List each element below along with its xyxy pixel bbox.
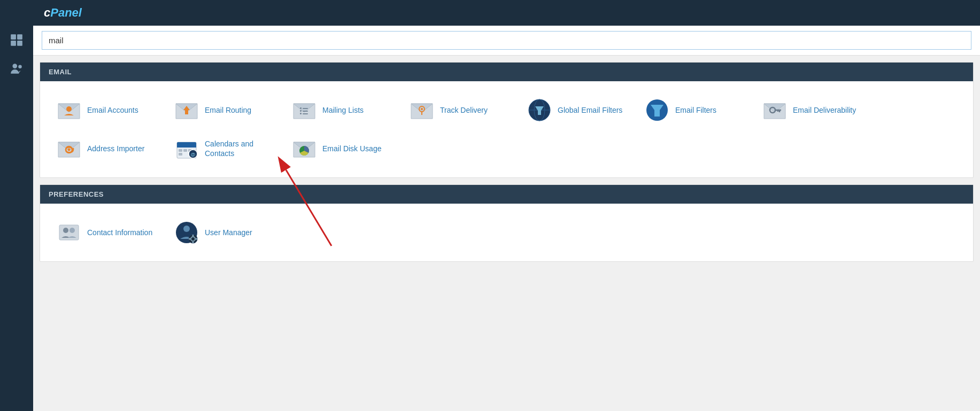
svg-rect-62	[192, 235, 194, 236]
svg-point-56	[63, 228, 68, 233]
svg-rect-17	[303, 111, 308, 112]
email-deliverability-label: Email Deliverability	[793, 105, 856, 115]
email-filters-item[interactable]: Email Filters	[637, 91, 754, 129]
email-section-header: EMAIL	[40, 63, 973, 81]
svg-rect-14	[300, 107, 302, 109]
svg-point-5	[18, 65, 22, 68]
contact-information-label: Contact Information	[87, 228, 152, 237]
global-email-filters-icon	[527, 97, 552, 123]
email-disk-usage-label: Email Disk Usage	[322, 144, 381, 153]
svg-rect-45	[179, 149, 182, 152]
cpanel-logo: cPanel	[44, 6, 82, 20]
preferences-section-header: PREFERENCES	[40, 185, 973, 204]
track-delivery-label: Track Delivery	[440, 105, 488, 115]
svg-rect-65	[196, 238, 197, 240]
calendars-and-contacts-item[interactable]: @ Calendars and Contacts	[166, 129, 284, 168]
email-deliverability-item[interactable]: Email Deliverability	[754, 91, 872, 129]
top-bar: cPanel	[33, 0, 980, 26]
user-manager-item[interactable]: User Manager	[166, 213, 284, 252]
global-email-filters-item[interactable]: Global Email Filters	[519, 91, 637, 129]
svg-rect-2	[11, 41, 16, 46]
sidebar	[0, 0, 33, 411]
track-delivery-item[interactable]: Track Delivery	[402, 91, 519, 129]
contact-information-icon	[56, 220, 82, 245]
svg-point-4	[12, 64, 17, 68]
svg-text:@: @	[191, 152, 196, 157]
svg-rect-16	[300, 110, 302, 112]
calendars-and-contacts-label: Calendars and Contacts	[205, 139, 276, 158]
svg-rect-46	[183, 149, 187, 152]
email-routing-label: Email Routing	[205, 105, 251, 115]
track-delivery-icon	[409, 97, 435, 123]
email-routing-item[interactable]: Email Routing	[166, 91, 284, 129]
sidebar-logo	[0, 0, 33, 26]
email-disk-usage-icon	[291, 136, 317, 161]
email-accounts-icon	[56, 97, 82, 123]
content-area: EMAIL Email	[33, 26, 980, 411]
svg-rect-64	[189, 238, 190, 240]
email-filters-icon	[644, 97, 670, 123]
svg-rect-49	[179, 153, 182, 156]
sidebar-item-home[interactable]	[0, 26, 33, 55]
email-deliverability-icon	[762, 97, 788, 123]
preferences-section-body: Contact Information	[40, 204, 973, 261]
global-email-filters-label: Global Email Filters	[558, 105, 622, 115]
svg-rect-44	[177, 145, 196, 148]
mailing-lists-item[interactable]: Mailing Lists	[284, 91, 402, 129]
mailing-lists-label: Mailing Lists	[322, 105, 364, 115]
svg-point-8	[66, 106, 72, 112]
calendars-and-contacts-icon: @	[174, 136, 199, 161]
preferences-section: PREFERENCES Contact Inform	[40, 184, 974, 262]
user-manager-label: User Manager	[205, 228, 252, 237]
sidebar-item-users[interactable]	[0, 55, 33, 83]
search-bar-wrapper	[33, 26, 980, 56]
svg-rect-3	[17, 41, 22, 46]
svg-rect-19	[303, 113, 308, 114]
address-importer-label: Address Importer	[87, 144, 144, 153]
contact-information-item[interactable]: Contact Information	[49, 213, 166, 252]
email-disk-usage-item[interactable]: Email Disk Usage	[284, 129, 402, 168]
address-importer-icon	[56, 136, 82, 161]
user-manager-icon	[174, 220, 199, 245]
main-content: cPanel EMAIL	[33, 0, 980, 411]
svg-rect-0	[11, 34, 16, 40]
address-importer-item[interactable]: Address Importer	[49, 129, 166, 168]
email-routing-icon	[174, 97, 199, 123]
svg-rect-18	[300, 113, 302, 114]
email-filters-label: Email Filters	[675, 105, 716, 115]
svg-point-23	[421, 108, 423, 110]
email-section: EMAIL Email	[40, 62, 974, 178]
svg-rect-15	[303, 108, 308, 109]
svg-point-57	[70, 228, 75, 233]
email-accounts-label: Email Accounts	[87, 105, 138, 115]
svg-point-59	[183, 226, 190, 232]
mailing-lists-icon	[291, 97, 317, 123]
svg-point-41	[68, 149, 71, 151]
email-section-body: Email Accounts Email Routing	[40, 81, 973, 177]
search-input[interactable]	[42, 31, 971, 50]
email-accounts-item[interactable]: Email Accounts	[49, 91, 166, 129]
svg-rect-63	[192, 242, 194, 243]
svg-rect-1	[17, 34, 22, 40]
